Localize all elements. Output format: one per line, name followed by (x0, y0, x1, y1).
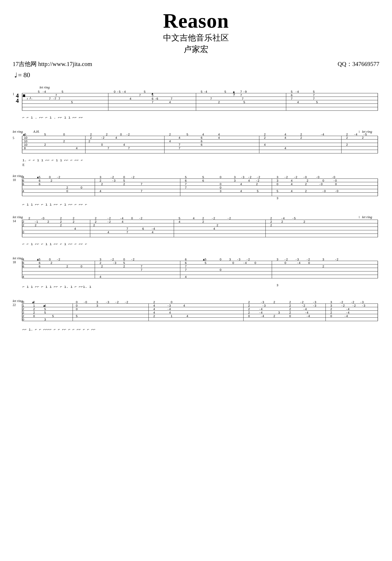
svg-text:2: 2 (100, 179, 101, 182)
svg-text:2: 2 (302, 301, 304, 304)
svg-text:3: 3 (277, 196, 278, 200)
svg-text:6: 6 (39, 179, 41, 182)
svg-text:4: 4 (22, 258, 24, 261)
svg-text:7: 7 (126, 227, 128, 230)
svg-text:2: 2 (346, 136, 348, 139)
svg-text:6: 6 (39, 265, 41, 268)
svg-text:6: 6 (201, 136, 203, 139)
svg-text:7: 7 (126, 230, 128, 234)
svg-text:4: 4 (213, 227, 215, 230)
svg-text:-: - (131, 175, 132, 179)
svg-text:-: - (243, 90, 244, 93)
svg-text:0: 0 (330, 314, 332, 318)
svg-text:4: 4 (22, 175, 24, 179)
svg-text:-: - (204, 90, 205, 93)
svg-text:3: 3 (330, 304, 332, 307)
svg-text:3: 3 (234, 175, 236, 179)
svg-text:4: 4 (307, 311, 308, 314)
svg-text:-: - (285, 175, 286, 179)
svg-text:2: 2 (296, 175, 297, 179)
svg-text:2: 2 (248, 311, 250, 314)
svg-text:10: 10 (24, 140, 27, 143)
svg-text:-: - (139, 216, 140, 220)
svg-text:3: 3 (315, 301, 316, 304)
svg-text:2: 2 (307, 179, 308, 182)
svg-text:l: l (359, 216, 360, 219)
svg-text:5: 5 (62, 90, 63, 93)
svg-text:2: 2 (270, 224, 272, 227)
svg-text:2: 2 (73, 216, 74, 220)
svg-text:7: 7 (185, 186, 187, 189)
svg-text:7: 7 (107, 147, 109, 150)
svg-text:-: - (351, 301, 352, 304)
svg-text:0: 0 (66, 189, 68, 193)
svg-text:-: - (228, 216, 228, 220)
svg-text:6: 6 (291, 94, 293, 97)
svg-text:-: - (122, 90, 123, 93)
svg-text:2: 2 (103, 136, 104, 139)
svg-text:2: 2 (264, 136, 266, 139)
svg-text:0: 0 (49, 175, 51, 179)
svg-text:4: 4 (348, 307, 350, 311)
svg-text:-: - (345, 314, 346, 318)
svg-text:4: 4 (16, 97, 19, 104)
svg-text:2: 2 (305, 183, 307, 186)
svg-text:-: - (341, 304, 342, 307)
svg-text:3: 3 (100, 175, 101, 179)
svg-text:2: 2 (229, 216, 231, 220)
svg-text:6: 6 (185, 179, 187, 182)
svg-text:5: 5 (39, 258, 41, 261)
svg-text:2: 2 (51, 179, 52, 182)
svg-text:3: 3 (169, 304, 171, 307)
svg-text:3: 3 (262, 301, 264, 304)
svg-text:22: 22 (13, 303, 16, 307)
svg-text:-: - (261, 301, 262, 304)
svg-text:2: 2 (346, 133, 348, 136)
svg-text:7: 7 (141, 265, 142, 268)
svg-text:0: 0 (76, 301, 78, 304)
svg-text:-: - (352, 304, 353, 307)
svg-text:0: 0 (321, 183, 323, 186)
svg-text:0: 0 (318, 175, 320, 179)
svg-text:2: 2 (289, 301, 291, 304)
svg-text:4: 4 (169, 311, 171, 314)
svg-text:3: 3 (297, 258, 299, 261)
svg-text:-: - (360, 301, 361, 304)
svg-text:2: 2 (90, 136, 92, 139)
svg-text:5: 5 (44, 307, 46, 311)
svg-text:2: 2 (22, 307, 24, 311)
svg-text:5: 5 (76, 314, 78, 318)
svg-text:4: 4 (44, 90, 46, 93)
svg-text:0: 0 (248, 314, 250, 318)
svg-text:5: 5 (185, 175, 187, 179)
svg-text:6: 6 (142, 227, 144, 230)
svg-text:2: 2 (202, 216, 204, 220)
svg-text:0: 0 (324, 189, 326, 193)
svg-text:7: 7 (185, 183, 187, 186)
svg-text:7: 7 (291, 97, 293, 100)
svg-text:4: 4 (248, 179, 250, 182)
svg-text:-: - (321, 133, 322, 136)
svg-text:3: 3 (234, 179, 236, 182)
svg-text:5: 5 (365, 133, 367, 136)
svg-text:2: 2 (218, 100, 220, 104)
svg-text:0: 0 (308, 261, 310, 265)
svg-text:-: - (241, 175, 242, 179)
svg-text:7: 7 (128, 147, 130, 150)
svg-text:0: 0 (33, 301, 35, 304)
svg-text:3: 3 (322, 258, 324, 261)
svg-text:4: 4 (153, 304, 155, 307)
svg-text:-: - (296, 90, 297, 93)
svg-text:⌐⌐  ı.   ⌐  ⌐  ⌐⌐⌐⌐  ⌐  ⌐  ⌐⌐ : ⌐⌐ ı. ⌐ ⌐ ⌐⌐⌐⌐ ⌐ ⌐ ⌐⌐ ⌐ ⌐ ⌐⌐ ⌐ ⌐ ⌐⌐ (22, 328, 95, 332)
svg-text:0: 0 (171, 301, 173, 304)
svg-text:7: 7 (141, 189, 142, 193)
svg-text:2: 2 (346, 143, 348, 146)
svg-text:0: 0 (322, 179, 324, 182)
svg-text:5: 5 (123, 179, 125, 182)
svg-text:10: 10 (24, 143, 27, 146)
svg-text:4: 4 (283, 216, 285, 220)
svg-text:-: - (300, 301, 301, 304)
svg-text:5: 5 (243, 100, 245, 104)
svg-text:4: 4 (107, 230, 109, 234)
svg-text:2: 2 (250, 175, 251, 179)
